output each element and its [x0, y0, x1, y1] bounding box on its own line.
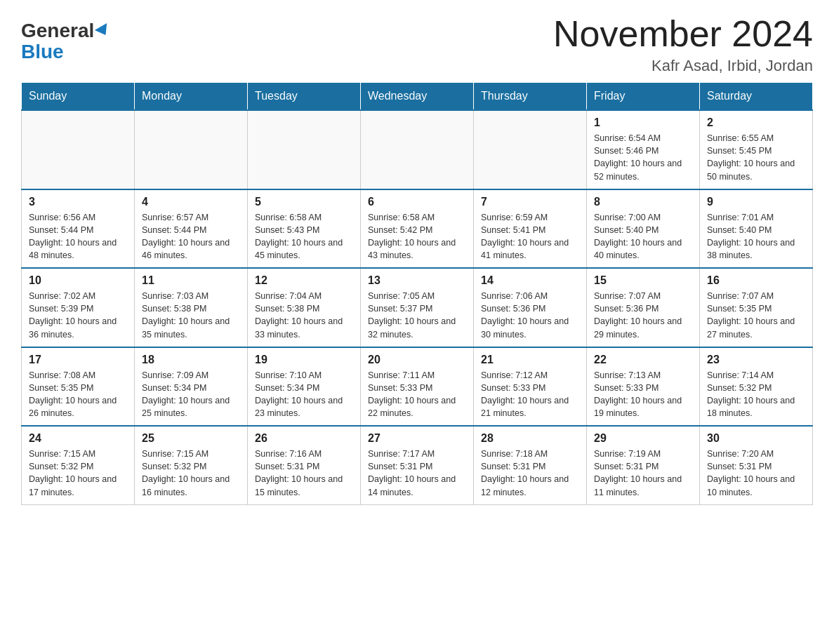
day-number: 9 — [707, 196, 805, 208]
calendar-cell: 9Sunrise: 7:01 AMSunset: 5:40 PMDaylight… — [700, 189, 813, 269]
calendar-cell: 7Sunrise: 6:59 AMSunset: 5:41 PMDaylight… — [474, 189, 587, 269]
day-info: Sunrise: 7:15 AMSunset: 5:32 PMDaylight:… — [142, 448, 240, 499]
day-info: Sunrise: 7:04 AMSunset: 5:38 PMDaylight:… — [255, 290, 353, 341]
logo-general-text: General — [21, 21, 94, 41]
day-number: 18 — [142, 354, 240, 366]
weekday-header-tuesday: Tuesday — [248, 83, 361, 111]
day-number: 1 — [594, 116, 692, 129]
day-number: 23 — [707, 354, 805, 366]
weekday-header-friday: Friday — [587, 83, 700, 111]
day-number: 29 — [594, 432, 692, 445]
day-number: 10 — [29, 274, 127, 287]
day-info: Sunrise: 7:05 AMSunset: 5:37 PMDaylight:… — [368, 290, 466, 341]
day-number: 26 — [255, 432, 353, 445]
calendar-cell: 6Sunrise: 6:58 AMSunset: 5:42 PMDaylight… — [361, 189, 474, 269]
title-area: November 2024 Kafr Asad, Irbid, Jordan — [553, 14, 813, 75]
calendar-cell: 5Sunrise: 6:58 AMSunset: 5:43 PMDaylight… — [248, 189, 361, 269]
day-info: Sunrise: 6:55 AMSunset: 5:45 PMDaylight:… — [707, 132, 805, 183]
day-number: 28 — [481, 432, 579, 445]
calendar-cell: 8Sunrise: 7:00 AMSunset: 5:40 PMDaylight… — [587, 189, 700, 269]
day-info: Sunrise: 7:13 AMSunset: 5:33 PMDaylight:… — [594, 369, 692, 420]
calendar-week-row: 17Sunrise: 7:08 AMSunset: 5:35 PMDayligh… — [22, 347, 813, 427]
logo-blue-text: Blue — [21, 42, 64, 62]
day-info: Sunrise: 7:16 AMSunset: 5:31 PMDaylight:… — [255, 448, 353, 499]
day-info: Sunrise: 6:57 AMSunset: 5:44 PMDaylight:… — [142, 211, 240, 262]
calendar-week-row: 1Sunrise: 6:54 AMSunset: 5:46 PMDaylight… — [22, 110, 813, 189]
calendar-cell: 23Sunrise: 7:14 AMSunset: 5:32 PMDayligh… — [700, 347, 813, 427]
calendar-cell: 13Sunrise: 7:05 AMSunset: 5:37 PMDayligh… — [361, 268, 474, 347]
day-number: 25 — [142, 432, 240, 445]
day-number: 2 — [707, 116, 805, 129]
day-number: 21 — [481, 354, 579, 366]
day-info: Sunrise: 7:00 AMSunset: 5:40 PMDaylight:… — [594, 211, 692, 262]
day-number: 24 — [29, 432, 127, 445]
day-info: Sunrise: 7:14 AMSunset: 5:32 PMDaylight:… — [707, 369, 805, 420]
day-info: Sunrise: 7:19 AMSunset: 5:31 PMDaylight:… — [594, 448, 692, 499]
day-number: 11 — [142, 274, 240, 287]
calendar-week-row: 10Sunrise: 7:02 AMSunset: 5:39 PMDayligh… — [22, 268, 813, 347]
day-info: Sunrise: 6:58 AMSunset: 5:43 PMDaylight:… — [255, 211, 353, 262]
calendar-cell: 26Sunrise: 7:16 AMSunset: 5:31 PMDayligh… — [248, 426, 361, 504]
day-number: 17 — [29, 354, 127, 366]
calendar-cell: 20Sunrise: 7:11 AMSunset: 5:33 PMDayligh… — [361, 347, 474, 427]
calendar-cell: 3Sunrise: 6:56 AMSunset: 5:44 PMDaylight… — [22, 189, 135, 269]
calendar-week-row: 3Sunrise: 6:56 AMSunset: 5:44 PMDaylight… — [22, 189, 813, 269]
calendar-cell: 21Sunrise: 7:12 AMSunset: 5:33 PMDayligh… — [474, 347, 587, 427]
calendar-cell — [361, 110, 474, 189]
calendar-cell — [22, 110, 135, 189]
logo: General Blue — [21, 14, 110, 62]
day-number: 15 — [594, 274, 692, 287]
day-info: Sunrise: 7:01 AMSunset: 5:40 PMDaylight:… — [707, 211, 805, 262]
day-number: 5 — [255, 196, 353, 208]
day-number: 22 — [594, 354, 692, 366]
month-title: November 2024 — [553, 14, 813, 54]
day-number: 8 — [594, 196, 692, 208]
day-info: Sunrise: 7:20 AMSunset: 5:31 PMDaylight:… — [707, 448, 805, 499]
logo-arrow-icon — [95, 23, 112, 39]
day-number: 27 — [368, 432, 466, 445]
calendar-table: SundayMondayTuesdayWednesdayThursdayFrid… — [21, 82, 813, 505]
calendar-header-row: SundayMondayTuesdayWednesdayThursdayFrid… — [22, 83, 813, 111]
day-number: 6 — [368, 196, 466, 208]
calendar-cell: 15Sunrise: 7:07 AMSunset: 5:36 PMDayligh… — [587, 268, 700, 347]
calendar-cell: 4Sunrise: 6:57 AMSunset: 5:44 PMDaylight… — [135, 189, 248, 269]
weekday-header-sunday: Sunday — [22, 83, 135, 111]
day-info: Sunrise: 7:03 AMSunset: 5:38 PMDaylight:… — [142, 290, 240, 341]
calendar-cell — [474, 110, 587, 189]
calendar-cell: 16Sunrise: 7:07 AMSunset: 5:35 PMDayligh… — [700, 268, 813, 347]
day-info: Sunrise: 6:54 AMSunset: 5:46 PMDaylight:… — [594, 132, 692, 183]
calendar-cell: 30Sunrise: 7:20 AMSunset: 5:31 PMDayligh… — [700, 426, 813, 504]
day-info: Sunrise: 6:58 AMSunset: 5:42 PMDaylight:… — [368, 211, 466, 262]
day-info: Sunrise: 7:02 AMSunset: 5:39 PMDaylight:… — [29, 290, 127, 341]
day-info: Sunrise: 6:56 AMSunset: 5:44 PMDaylight:… — [29, 211, 127, 262]
day-info: Sunrise: 7:07 AMSunset: 5:36 PMDaylight:… — [594, 290, 692, 341]
calendar-cell: 10Sunrise: 7:02 AMSunset: 5:39 PMDayligh… — [22, 268, 135, 347]
calendar-cell: 27Sunrise: 7:17 AMSunset: 5:31 PMDayligh… — [361, 426, 474, 504]
calendar-cell: 1Sunrise: 6:54 AMSunset: 5:46 PMDaylight… — [587, 110, 700, 189]
day-number: 12 — [255, 274, 353, 287]
day-info: Sunrise: 7:08 AMSunset: 5:35 PMDaylight:… — [29, 369, 127, 420]
day-info: Sunrise: 7:15 AMSunset: 5:32 PMDaylight:… — [29, 448, 127, 499]
calendar-cell: 29Sunrise: 7:19 AMSunset: 5:31 PMDayligh… — [587, 426, 700, 504]
day-number: 30 — [707, 432, 805, 445]
day-number: 7 — [481, 196, 579, 208]
calendar-cell: 19Sunrise: 7:10 AMSunset: 5:34 PMDayligh… — [248, 347, 361, 427]
calendar-cell: 2Sunrise: 6:55 AMSunset: 5:45 PMDaylight… — [700, 110, 813, 189]
weekday-header-monday: Monday — [135, 83, 248, 111]
day-number: 20 — [368, 354, 466, 366]
day-number: 16 — [707, 274, 805, 287]
day-number: 3 — [29, 196, 127, 208]
calendar-cell: 17Sunrise: 7:08 AMSunset: 5:35 PMDayligh… — [22, 347, 135, 427]
location-subtitle: Kafr Asad, Irbid, Jordan — [553, 57, 813, 75]
day-info: Sunrise: 7:09 AMSunset: 5:34 PMDaylight:… — [142, 369, 240, 420]
calendar-week-row: 24Sunrise: 7:15 AMSunset: 5:32 PMDayligh… — [22, 426, 813, 504]
page-header: General Blue November 2024 Kafr Asad, Ir… — [21, 14, 813, 75]
calendar-cell: 14Sunrise: 7:06 AMSunset: 5:36 PMDayligh… — [474, 268, 587, 347]
calendar-cell: 28Sunrise: 7:18 AMSunset: 5:31 PMDayligh… — [474, 426, 587, 504]
calendar-cell: 22Sunrise: 7:13 AMSunset: 5:33 PMDayligh… — [587, 347, 700, 427]
calendar-cell: 18Sunrise: 7:09 AMSunset: 5:34 PMDayligh… — [135, 347, 248, 427]
day-number: 14 — [481, 274, 579, 287]
day-info: Sunrise: 7:06 AMSunset: 5:36 PMDaylight:… — [481, 290, 579, 341]
calendar-cell: 12Sunrise: 7:04 AMSunset: 5:38 PMDayligh… — [248, 268, 361, 347]
calendar-cell: 11Sunrise: 7:03 AMSunset: 5:38 PMDayligh… — [135, 268, 248, 347]
